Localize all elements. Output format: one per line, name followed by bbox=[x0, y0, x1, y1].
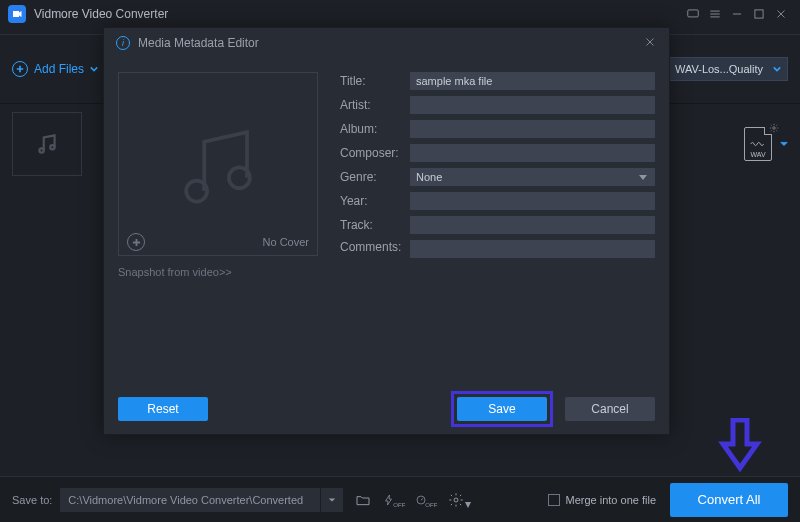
file-thumbnail[interactable] bbox=[12, 112, 82, 176]
feedback-icon[interactable] bbox=[682, 3, 704, 25]
save-button[interactable]: Save bbox=[457, 397, 547, 421]
output-format-label: WAV-Los...Quality bbox=[675, 63, 763, 75]
merge-label: Merge into one file bbox=[566, 494, 657, 506]
format-badge: WAV bbox=[750, 151, 765, 158]
dialog-close-button[interactable] bbox=[643, 35, 657, 52]
cover-art-box: No Cover bbox=[118, 72, 318, 256]
svg-point-2 bbox=[39, 148, 43, 152]
checkbox-icon bbox=[548, 494, 560, 506]
save-to-label: Save to: bbox=[12, 494, 52, 506]
composer-label: Composer: bbox=[340, 146, 410, 160]
title-bar: Vidmore Video Converter bbox=[0, 0, 800, 28]
convert-all-button[interactable]: Convert All bbox=[670, 483, 788, 517]
add-cover-button[interactable] bbox=[127, 233, 145, 251]
title-label: Title: bbox=[340, 74, 410, 88]
app-title: Vidmore Video Converter bbox=[34, 7, 168, 21]
track-label: Track: bbox=[340, 218, 410, 232]
dialog-header: i Media Metadata Editor bbox=[104, 28, 669, 58]
app-logo bbox=[8, 5, 26, 23]
dialog-title: Media Metadata Editor bbox=[138, 36, 259, 50]
chevron-down-icon bbox=[773, 63, 781, 75]
output-format-dropdown[interactable]: WAV-Los...Quality bbox=[668, 57, 788, 81]
wave-icon bbox=[750, 137, 766, 151]
cancel-button[interactable]: Cancel bbox=[565, 397, 655, 421]
svg-point-4 bbox=[773, 127, 776, 130]
bottom-bar: Save to: C:\Vidmore\Vidmore Video Conver… bbox=[0, 476, 800, 522]
genre-dropdown[interactable]: None bbox=[410, 168, 655, 186]
output-path-field[interactable]: C:\Vidmore\Vidmore Video Converter\Conve… bbox=[60, 488, 320, 512]
year-label: Year: bbox=[340, 194, 410, 208]
genre-label: Genre: bbox=[340, 170, 410, 184]
chevron-down-icon bbox=[90, 62, 98, 76]
artist-input[interactable] bbox=[410, 96, 655, 114]
svg-point-5 bbox=[186, 180, 207, 201]
track-input[interactable] bbox=[410, 216, 655, 234]
artist-label: Artist: bbox=[340, 98, 410, 112]
album-input[interactable] bbox=[410, 120, 655, 138]
output-format-icon[interactable]: WAV bbox=[744, 127, 772, 161]
menu-icon[interactable] bbox=[704, 3, 726, 25]
high-speed-button[interactable]: OFF bbox=[415, 488, 439, 512]
plus-icon bbox=[12, 61, 28, 77]
svg-point-8 bbox=[454, 498, 458, 502]
hardware-accel-button[interactable]: OFF bbox=[383, 488, 407, 512]
output-path-dropdown[interactable] bbox=[321, 488, 343, 512]
settings-button[interactable]: ▾ bbox=[447, 488, 471, 512]
maximize-icon[interactable] bbox=[748, 3, 770, 25]
music-note-icon bbox=[171, 117, 266, 212]
composer-input[interactable] bbox=[410, 144, 655, 162]
metadata-form: Title: Artist: Album: Composer: Genre: N… bbox=[340, 72, 655, 384]
minimize-icon[interactable] bbox=[726, 3, 748, 25]
reset-button[interactable]: Reset bbox=[118, 397, 208, 421]
comments-input[interactable] bbox=[410, 240, 655, 258]
add-files-label: Add Files bbox=[34, 62, 84, 76]
info-icon: i bbox=[116, 36, 130, 50]
save-highlight: Save bbox=[451, 391, 553, 427]
close-icon[interactable] bbox=[770, 3, 792, 25]
year-input[interactable] bbox=[410, 192, 655, 210]
svg-rect-1 bbox=[755, 10, 763, 18]
open-folder-button[interactable] bbox=[351, 488, 375, 512]
add-files-button[interactable]: Add Files bbox=[12, 61, 98, 77]
music-note-icon bbox=[34, 131, 60, 157]
album-label: Album: bbox=[340, 122, 410, 136]
gear-icon bbox=[769, 122, 779, 132]
snapshot-link[interactable]: Snapshot from video>> bbox=[118, 266, 318, 278]
title-input[interactable] bbox=[410, 72, 655, 90]
annotation-arrow bbox=[718, 418, 762, 475]
metadata-editor-dialog: i Media Metadata Editor No Cover Snapsho… bbox=[103, 27, 670, 435]
merge-checkbox[interactable]: Merge into one file bbox=[548, 494, 657, 506]
comments-label: Comments: bbox=[340, 240, 410, 254]
no-cover-label: No Cover bbox=[263, 236, 309, 248]
dialog-footer: Reset Save Cancel bbox=[104, 384, 669, 434]
chevron-down-icon[interactable] bbox=[780, 137, 788, 151]
svg-point-3 bbox=[50, 145, 54, 149]
